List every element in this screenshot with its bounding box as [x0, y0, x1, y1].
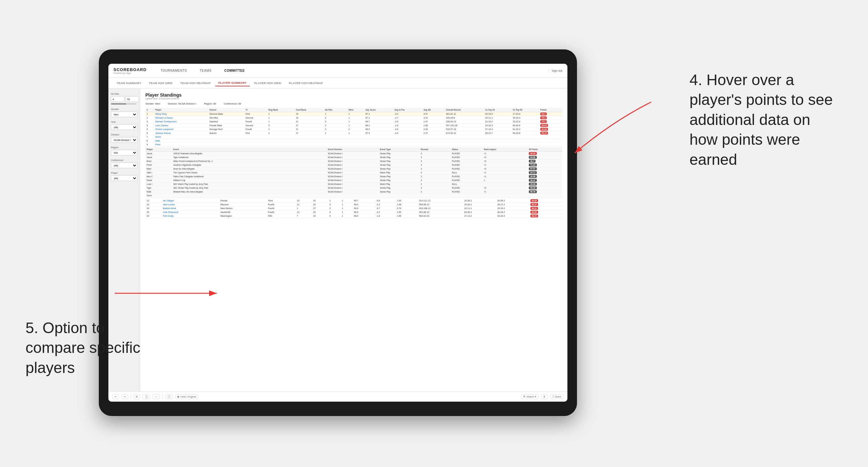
- share-btn[interactable]: ⤴ Share: [550, 394, 564, 399]
- lower-cell-wins: 1: [340, 210, 352, 214]
- cell-player[interactable]: Michael Thorbjornsen: [154, 120, 208, 124]
- year-select[interactable]: (All): [111, 124, 137, 130]
- lower-cell-player[interactable]: Cole Sherwood: [162, 210, 219, 214]
- event-cell-status: PLAYED: [451, 159, 483, 163]
- subnav-player-h2h-grid[interactable]: PLAYER H2H GRID: [251, 80, 285, 86]
- cell-avg-sg: [422, 139, 445, 143]
- lower-cell-points[interactable]: 39.95: [529, 210, 562, 214]
- region-select[interactable]: N/A: [111, 150, 137, 156]
- lower-cell-avg-sg: 0.74: [396, 207, 418, 210]
- sign-out-link[interactable]: Sign out: [552, 69, 562, 72]
- event-cell-division: NCAA Division I: [327, 179, 379, 182]
- no-rds-min-input[interactable]: [111, 96, 124, 102]
- event-col-status: Status: [451, 147, 483, 152]
- clock-btn[interactable]: 🕐: [165, 394, 173, 399]
- annotation-hover-points: 4. Hover over a player's points to see a…: [689, 70, 842, 169]
- cell-player[interactable]: Christo Lamprecht: [154, 127, 208, 131]
- cell-player[interactable]: Luke Clanton: [154, 124, 208, 127]
- logo-sub: Powered by clippi: [114, 72, 147, 74]
- redo-btn[interactable]: ↪: [121, 394, 128, 399]
- subnav-team-h2h-grid[interactable]: TEAM H2H GRID: [146, 80, 176, 86]
- lower-points-badge[interactable]: 39.95: [530, 211, 538, 214]
- lower-cell-player[interactable]: Jack Lundin: [162, 203, 219, 207]
- watch-btn[interactable]: 👁 Watch ▾: [521, 394, 538, 399]
- event-points-badge[interactable]: 66.40: [529, 190, 536, 193]
- event-cell-wpoints[interactable]: 56.38: [528, 186, 562, 190]
- cell-num: 6: [145, 131, 154, 135]
- copy-btn[interactable]: ⧉: [133, 394, 140, 399]
- paste-btn[interactable]: 📋: [143, 394, 150, 399]
- subnav-player-summary[interactable]: PLAYER SUMMARY: [215, 80, 250, 86]
- col-to-par: Avg to Par: [393, 108, 422, 112]
- cell-conf-rank: 27: [294, 124, 324, 127]
- undo-btn[interactable]: ↩: [112, 394, 119, 399]
- event-cell-wpoints[interactable]: 67.57: [528, 167, 562, 171]
- cell-num: 3: [145, 120, 154, 124]
- cell-player[interactable]: Michael La Sasso: [154, 116, 208, 120]
- lower-cell-player[interactable]: Ian Gilligan: [162, 199, 219, 203]
- sidebar-conference: Conference (All): [111, 159, 137, 168]
- event-cell-wpoints[interactable]: 18.90: [528, 175, 562, 179]
- lower-cell-player[interactable]: Petr Hruby: [162, 214, 219, 218]
- event-cell-wpoints[interactable]: 30.47: [528, 179, 562, 182]
- lower-points-badge[interactable]: 40.02: [530, 207, 538, 210]
- lower-cell-conf-rank: 24: [312, 199, 328, 203]
- event-points-badge[interactable]: 56.38: [529, 186, 536, 189]
- subnav-team-h2h-heatmap[interactable]: TEAM H2H HEATMAP: [177, 80, 214, 86]
- event-cell-division: NCAA Division I: [327, 171, 379, 175]
- cell-reg-rank: 2: [267, 127, 294, 131]
- standings-table: # Player School Yr Reg Rank Conf Rank No…: [145, 108, 562, 147]
- event-points-badge[interactable]: 25.98: [529, 183, 536, 186]
- subnav-player-h2h-heatmap[interactable]: PLAYER H2H HEATMAP: [286, 80, 326, 86]
- event-cell-event: Amer An Intercollegiate: [172, 167, 327, 171]
- lower-cell-points[interactable]: 40.58: [529, 199, 562, 203]
- event-cell-wpoints[interactable]: 66.40: [528, 190, 562, 194]
- lower-cell-school: New Mexico: [219, 207, 267, 210]
- download-btn[interactable]: ⬇: [541, 394, 548, 399]
- cell-player[interactable]: Niche: [154, 135, 208, 139]
- cell-player[interactable]: Prest: [154, 143, 208, 147]
- lower-points-badge[interactable]: 40.27: [530, 203, 538, 206]
- event-points-badge[interactable]: 18.90: [529, 175, 536, 178]
- cell-rds: [324, 143, 347, 147]
- nav-committee[interactable]: COMMITTEE: [221, 68, 247, 74]
- event-points-badge[interactable]: 67.57: [529, 167, 536, 170]
- conference-select[interactable]: (All): [111, 162, 137, 168]
- division-select[interactable]: NCAA Division I: [111, 137, 137, 143]
- cell-adj-score: 68.0: [364, 127, 393, 131]
- cell-player[interactable]: Jackson Koivun: [154, 131, 208, 135]
- lower-cell-points[interactable]: 40.02: [529, 207, 562, 210]
- no-rds-max-input[interactable]: [126, 96, 139, 102]
- lower-cell-points[interactable]: 40.27: [529, 203, 562, 207]
- event-cell-rounds: [420, 194, 451, 198]
- lower-points-badge[interactable]: 38.49: [530, 215, 538, 217]
- nav-teams[interactable]: TEAMS: [197, 68, 214, 74]
- event-cell-wpoints[interactable]: 25.98: [528, 182, 562, 186]
- cell-avg-sg: 1.98: [422, 124, 445, 127]
- cell-player[interactable]: Wenyi Ding: [154, 112, 208, 116]
- event-cell-status: NULL: [451, 182, 483, 186]
- gender-select[interactable]: Men: [111, 112, 137, 117]
- event-points-badge[interactable]: 24.11: [529, 171, 536, 174]
- event-cell-wpoints[interactable]: [528, 194, 562, 198]
- cell-record: 440-26-6: [445, 116, 484, 120]
- lower-points-badge[interactable]: 40.58: [530, 199, 538, 202]
- lower-cell-points[interactable]: 38.49: [529, 214, 562, 218]
- no-rds-slider[interactable]: [111, 103, 136, 104]
- subnav-team-summary[interactable]: TEAM SUMMARY: [114, 80, 145, 86]
- lower-cell-vs50: 26-27-2: [496, 203, 529, 207]
- nav-tournaments[interactable]: TOURNAMENTS: [158, 68, 190, 74]
- view-btn[interactable]: ▶ View: Original: [175, 394, 198, 399]
- lower-cell-yr: Fourth: [267, 207, 296, 210]
- lower-cell-player[interactable]: Bastien Amat: [162, 207, 219, 210]
- cell-wins: [347, 139, 364, 143]
- sidebar-year: Year (All): [111, 121, 137, 130]
- player-select[interactable]: (All): [111, 175, 137, 181]
- lower-cell-adj-score: 68.9: [352, 210, 375, 214]
- dash-btn[interactable]: —: [153, 394, 160, 399]
- cell-player[interactable]: Mats: [154, 139, 208, 143]
- lower-cell-vs25: 10-11-1: [463, 207, 496, 210]
- sidebar-player: Player (All): [111, 172, 137, 181]
- event-points-badge[interactable]: 30.47: [529, 179, 536, 182]
- event-cell-wpoints[interactable]: 24.11: [528, 171, 562, 175]
